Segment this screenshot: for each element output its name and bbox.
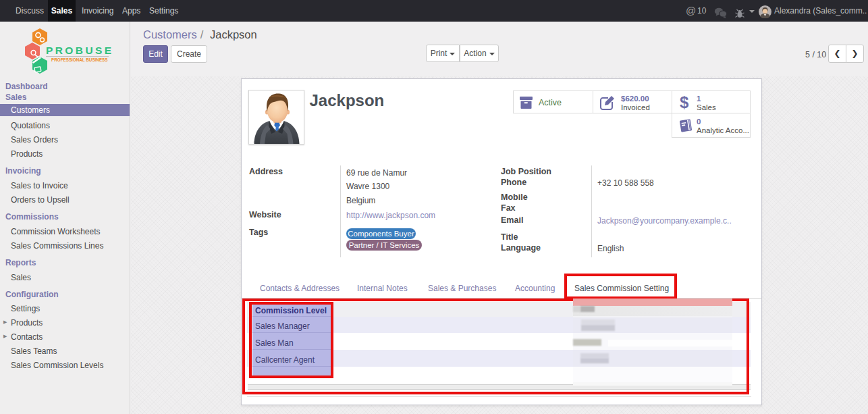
svg-text:PROBUSE: PROBUSE — [46, 45, 113, 56]
svg-text:PROFESSIONAL BUSINESS: PROFESSIONAL BUSINESS — [51, 57, 108, 62]
